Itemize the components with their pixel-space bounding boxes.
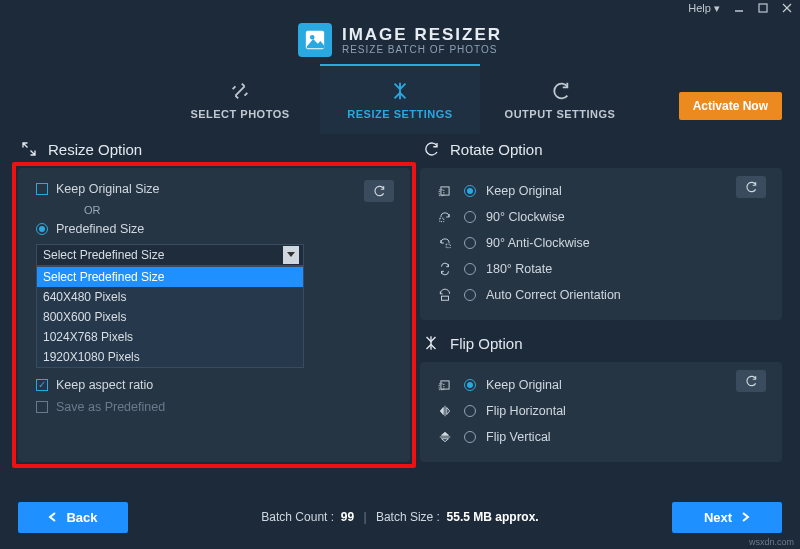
flip-panel: Keep Original Flip Horizontal Flip Verti… [420, 362, 782, 462]
flip-horizontal[interactable]: Flip Horizontal [436, 398, 766, 424]
flip-h-icon [436, 404, 454, 418]
keep-icon [436, 378, 454, 392]
back-button[interactable]: Back [18, 502, 128, 533]
tab-select-photos[interactable]: SELECT PHOTOS [160, 64, 320, 134]
app-header: IMAGE RESIZER RESIZE BATCH OF PHOTOS [0, 16, 800, 64]
svg-rect-1 [759, 4, 767, 12]
svg-rect-11 [442, 296, 449, 300]
rotate-180-icon [436, 262, 454, 276]
reset-resize-button[interactable] [364, 180, 394, 202]
rotate-90-cw[interactable]: 90° Clockwise [436, 204, 766, 230]
rotate-section-header: Rotate Option [420, 140, 782, 158]
flip-vertical[interactable]: Flip Vertical [436, 424, 766, 450]
predefined-size-radio[interactable]: Predefined Size [36, 222, 392, 236]
dropdown-option[interactable]: 640X480 Pixels [37, 287, 303, 307]
chevron-down-icon [283, 246, 299, 264]
flip-keep-original[interactable]: Keep Original [436, 372, 766, 398]
predefined-size-dropdown-list: Select Predefined Size 640X480 Pixels 80… [36, 266, 304, 368]
rotate-180[interactable]: 180° Rotate [436, 256, 766, 282]
resize-section-header: Resize Option [18, 140, 410, 158]
tab-resize-settings[interactable]: RESIZE SETTINGS [320, 64, 480, 134]
dropdown-option[interactable]: Select Predefined Size [37, 267, 303, 287]
dropdown-option[interactable]: 1024X768 Pixels [37, 327, 303, 347]
help-menu[interactable]: Help ▾ [688, 2, 720, 15]
rotate-90-acw[interactable]: 90° Anti-Clockwise [436, 230, 766, 256]
svg-rect-10 [446, 244, 450, 248]
svg-point-5 [310, 35, 315, 40]
or-divider: OR [84, 204, 392, 216]
close-button[interactable] [782, 3, 792, 13]
predefined-size-select[interactable]: Select Predefined Size [36, 244, 304, 266]
reset-flip-button[interactable] [736, 370, 766, 392]
flip-section-header: Flip Option [420, 334, 782, 352]
app-title: IMAGE RESIZER [342, 26, 502, 43]
svg-rect-13 [441, 381, 449, 389]
keep-original-size-checkbox[interactable]: Keep Original Size [36, 182, 392, 196]
keep-aspect-ratio-checkbox[interactable]: Keep aspect ratio [36, 378, 392, 392]
flip-v-icon [436, 430, 454, 444]
minimize-button[interactable] [734, 3, 744, 13]
window-titlebar: Help ▾ [0, 0, 800, 16]
next-button[interactable]: Next [672, 502, 782, 533]
svg-rect-7 [441, 187, 449, 195]
maximize-button[interactable] [758, 3, 768, 13]
rotate-acw-icon [436, 236, 454, 250]
app-subtitle: RESIZE BATCH OF PHOTOS [342, 45, 502, 55]
rotate-keep-original[interactable]: Keep Original [436, 178, 766, 204]
reset-rotate-button[interactable] [736, 176, 766, 198]
auto-orient-icon [436, 288, 454, 302]
rotate-panel: Keep Original 90° Clockwise 90° Anti-Clo… [420, 168, 782, 320]
svg-rect-9 [440, 218, 444, 222]
dropdown-option[interactable]: 1920X1080 Pixels [37, 347, 303, 367]
keep-icon [436, 184, 454, 198]
batch-info: Batch Count : 99 | Batch Size : 55.5 MB … [261, 510, 538, 524]
rotate-cw-icon [436, 210, 454, 224]
footer-bar: Back Batch Count : 99 | Batch Size : 55.… [0, 497, 800, 537]
dropdown-option[interactable]: 800X600 Pixels [37, 307, 303, 327]
save-as-predefined-checkbox[interactable]: Save as Predefined [36, 400, 392, 414]
rotate-auto-correct[interactable]: Auto Correct Orientation [436, 282, 766, 308]
activate-now-button[interactable]: Activate Now [679, 92, 782, 120]
tab-output-settings[interactable]: OUTPUT SETTINGS [480, 64, 640, 134]
watermark: wsxdn.com [749, 537, 794, 547]
resize-panel: Keep Original Size OR Predefined Size Se… [18, 168, 410, 462]
tab-bar: SELECT PHOTOS RESIZE SETTINGS OUTPUT SET… [0, 64, 800, 134]
app-logo-icon [298, 23, 332, 57]
